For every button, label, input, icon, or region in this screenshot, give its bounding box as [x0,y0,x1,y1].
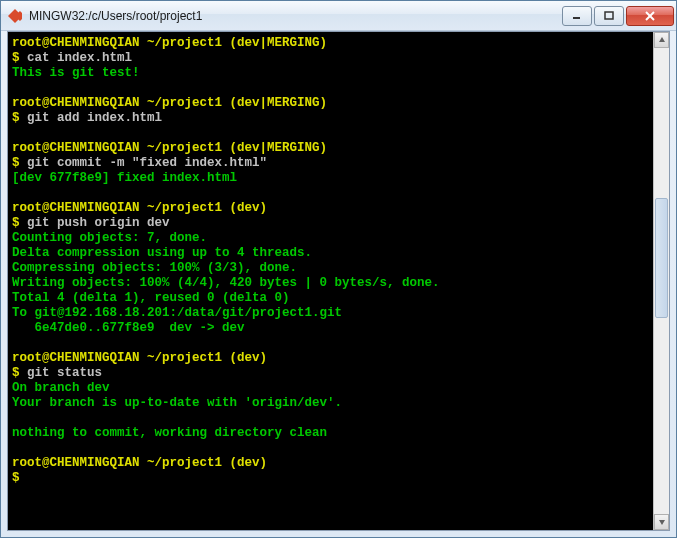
prompt-user: root@CHENMINGQIAN [12,96,140,110]
out-push6: To git@192.168.18.201:/data/git/project1… [12,306,342,320]
out-push2: Delta compression using up to 4 threads. [12,246,312,260]
prompt-dollar: $ [12,51,20,65]
close-button[interactable] [626,6,674,26]
prompt-path: ~/project1 [147,141,222,155]
out-status3: nothing to commit, working directory cle… [12,426,327,440]
scroll-up-button[interactable] [654,32,669,48]
titlebar[interactable]: MINGW32:/c/Users/root/project1 [1,1,676,31]
vertical-scrollbar[interactable] [653,32,669,530]
out-cat: This is git test! [12,66,140,80]
prompt-user: root@CHENMINGQIAN [12,351,140,365]
window-title: MINGW32:/c/Users/root/project1 [29,9,562,23]
prompt-path: ~/project1 [147,351,222,365]
prompt-branch: (dev) [230,201,268,215]
prompt-path: ~/project1 [147,456,222,470]
cmd-cat: cat index.html [27,51,132,65]
scroll-track[interactable] [654,48,669,514]
app-icon [7,8,23,24]
svg-marker-8 [659,37,665,42]
prompt-dollar: $ [12,471,20,485]
prompt-path: ~/project1 [147,36,222,50]
prompt-dollar: $ [12,111,20,125]
out-push1: Counting objects: 7, done. [12,231,207,245]
prompt-user: root@CHENMINGQIAN [12,201,140,215]
out-push5: Total 4 (delta 1), reused 0 (delta 0) [12,291,290,305]
prompt-dollar: $ [12,156,20,170]
app-window: MINGW32:/c/Users/root/project1 root@CHEN… [0,0,677,538]
out-push7: 6e47de0..677f8e9 dev -> dev [12,321,245,335]
prompt-user: root@CHENMINGQIAN [12,36,140,50]
client-area: root@CHENMINGQIAN ~/project1 (dev|MERGIN… [7,31,670,531]
prompt-user: root@CHENMINGQIAN [12,456,140,470]
prompt-dollar: $ [12,366,20,380]
prompt-branch: (dev) [230,351,268,365]
cmd-add: git add index.html [27,111,162,125]
svg-rect-5 [605,12,613,19]
prompt-branch: (dev|MERGING) [230,141,328,155]
cmd-push: git push origin dev [27,216,170,230]
prompt-branch: (dev) [230,456,268,470]
out-push4: Writing objects: 100% (4/4), 420 bytes |… [12,276,440,290]
prompt-branch: (dev|MERGING) [230,36,328,50]
prompt-branch: (dev|MERGING) [230,96,328,110]
prompt-user: root@CHENMINGQIAN [12,141,140,155]
minimize-button[interactable] [562,6,592,26]
prompt-dollar: $ [12,216,20,230]
scroll-down-button[interactable] [654,514,669,530]
prompt-path: ~/project1 [147,201,222,215]
scroll-thumb[interactable] [655,198,668,318]
cmd-status: git status [27,366,102,380]
out-push3: Compressing objects: 100% (3/3), done. [12,261,297,275]
maximize-button[interactable] [594,6,624,26]
cmd-commit: git commit -m "fixed index.html" [27,156,267,170]
out-status1: On branch dev [12,381,110,395]
out-status2: Your branch is up-to-date with 'origin/d… [12,396,342,410]
terminal[interactable]: root@CHENMINGQIAN ~/project1 (dev|MERGIN… [8,32,653,530]
svg-marker-9 [659,520,665,525]
prompt-path: ~/project1 [147,96,222,110]
window-controls [562,6,674,26]
out-commit: [dev 677f8e9] fixed index.html [12,171,237,185]
